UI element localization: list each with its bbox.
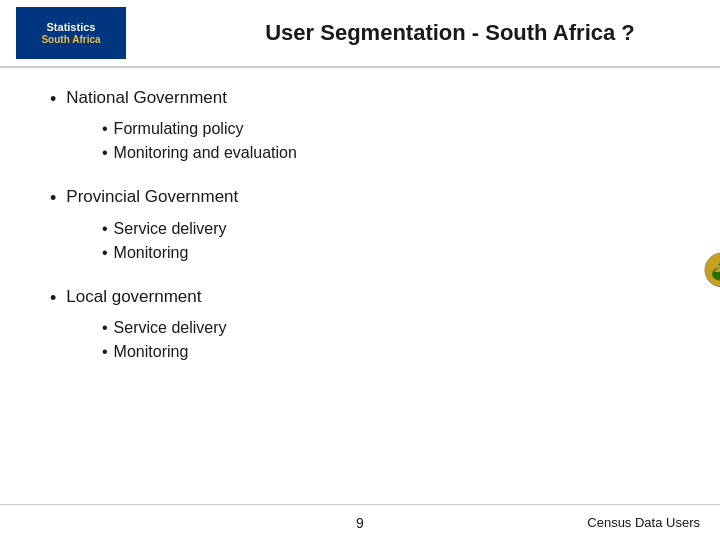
national-government-label: National Government [66,88,227,108]
bullet-sub-icon: • [102,316,108,340]
footer: 9 Census Data Users [0,504,720,540]
list-item: • Monitoring [102,340,670,364]
footer-right-text: Census Data Users [560,515,700,530]
header: Statistics South Africa User Segmentatio… [0,0,720,68]
coat-of-arms-icon [704,252,720,288]
sub-item-label: Monitoring [114,241,189,265]
list-item: • Monitoring and evaluation [102,141,670,165]
list-item: • Monitoring [102,241,670,265]
section-provincial: • Provincial Government • Service delive… [50,187,670,264]
bullet-local: • [50,287,56,310]
sub-item-label: Monitoring [114,340,189,364]
sub-item-label: Service delivery [114,217,227,241]
logo-text-southafrica: South Africa [41,34,100,45]
section-local: • Local government • Service delivery • … [50,287,670,364]
bullet-sub-icon: • [102,241,108,265]
sub-item-label: Monitoring and evaluation [114,141,297,165]
bullet-sub-icon: • [102,141,108,165]
page-number: 9 [160,515,560,531]
list-item-national: • National Government [50,88,670,111]
list-item: • Service delivery [102,316,670,340]
section-national: • National Government • Formulating poli… [50,88,670,165]
list-item-local: • Local government [50,287,670,310]
list-item: • Formulating policy [102,117,670,141]
provincial-government-label: Provincial Government [66,187,238,207]
logo-box: Statistics South Africa [16,7,126,59]
bullet-sub-icon: • [102,340,108,364]
main-content: • National Government • Formulating poli… [0,68,720,406]
logo-area: Statistics South Africa [16,7,176,59]
local-government-label: Local government [66,287,201,307]
provincial-sub-items: • Service delivery • Monitoring [102,217,670,265]
local-sub-items: • Service delivery • Monitoring [102,316,670,364]
bullet-sub-icon: • [102,117,108,141]
page-title: User Segmentation - South Africa ? [176,20,704,46]
bullet-national: • [50,88,56,111]
logo-text-statistics: Statistics [47,21,96,33]
bullet-provincial: • [50,187,56,210]
list-item: • Service delivery [102,217,670,241]
list-item-provincial: • Provincial Government [50,187,670,210]
sub-item-label: Formulating policy [114,117,244,141]
sub-item-label: Service delivery [114,316,227,340]
national-sub-items: • Formulating policy • Monitoring and ev… [102,117,670,165]
bullet-sub-icon: • [102,217,108,241]
